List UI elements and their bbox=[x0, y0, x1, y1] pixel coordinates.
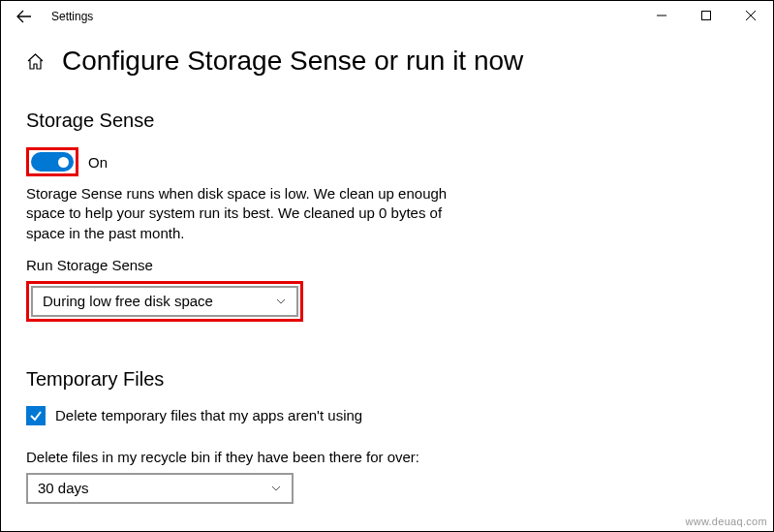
chevron-down-icon bbox=[275, 296, 287, 307]
arrow-left-icon bbox=[16, 10, 32, 23]
close-button[interactable] bbox=[728, 1, 773, 30]
svg-rect-0 bbox=[702, 12, 711, 20]
delete-temp-files-label: Delete temporary files that my apps aren… bbox=[55, 407, 362, 423]
close-icon bbox=[746, 11, 756, 20]
maximize-icon bbox=[701, 11, 711, 20]
storage-sense-description: Storage Sense runs when disk space is lo… bbox=[26, 184, 452, 243]
delete-temp-files-checkbox[interactable] bbox=[26, 406, 46, 425]
maximize-button[interactable] bbox=[684, 1, 728, 30]
storage-sense-toggle[interactable] bbox=[31, 152, 74, 172]
recycle-bin-label: Delete files in my recycle bin if they h… bbox=[26, 449, 748, 465]
toggle-thumb bbox=[58, 157, 69, 168]
watermark: www.deuaq.com bbox=[685, 516, 767, 527]
run-select-value: During low free disk space bbox=[43, 293, 213, 309]
run-storage-sense-select[interactable]: During low free disk space bbox=[31, 286, 298, 317]
page-title: Configure Storage Sense or run it now bbox=[62, 46, 523, 77]
window-title: Settings bbox=[51, 10, 93, 23]
back-button[interactable] bbox=[15, 7, 34, 26]
chevron-down-icon bbox=[270, 483, 282, 494]
toggle-state-label: On bbox=[88, 154, 108, 171]
recycle-select-value: 30 days bbox=[38, 480, 89, 496]
run-storage-sense-label: Run Storage Sense bbox=[26, 257, 748, 273]
check-icon bbox=[29, 409, 43, 422]
home-icon[interactable] bbox=[26, 52, 45, 71]
minimize-button[interactable] bbox=[639, 1, 684, 30]
highlight-select: During low free disk space bbox=[26, 281, 303, 322]
highlight-toggle bbox=[26, 147, 78, 176]
minimize-icon bbox=[657, 11, 666, 20]
recycle-bin-select[interactable]: 30 days bbox=[26, 473, 294, 504]
temporary-files-heading: Temporary Files bbox=[26, 368, 748, 391]
storage-sense-heading: Storage Sense bbox=[26, 110, 748, 132]
